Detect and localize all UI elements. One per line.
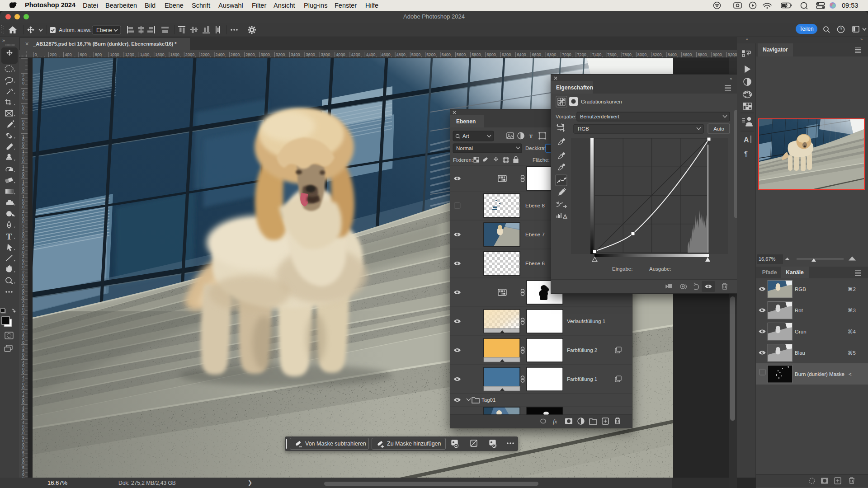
svg-text:Farbfüllung 2: Farbfüllung 2 [567,347,597,353]
svg-text:6000: 6000 [486,52,495,57]
svg-text:2800: 2800 [245,52,255,57]
svg-text:Tag01: Tag01 [481,397,495,403]
svg-text:1200: 1200 [125,52,134,57]
svg-text:Ebene 8: Ebene 8 [525,203,545,208]
svg-text:0: 0 [22,160,24,164]
svg-text:200: 200 [50,52,57,57]
svg-text:5600: 5600 [457,52,466,57]
svg-text:400: 400 [65,52,71,57]
svg-text:Ebene: Ebene [96,27,112,33]
svg-text:8200: 8200 [652,52,661,57]
svg-text:Eingabe:: Eingabe: [612,266,632,272]
svg-text:600: 600 [80,52,86,57]
svg-text:6800: 6800 [547,52,556,57]
svg-text:Farbfüllung 1: Farbfüllung 1 [567,376,597,382]
svg-text:2400: 2400 [215,52,224,57]
svg-text:1400: 1400 [140,52,149,57]
svg-text:0: 0 [22,205,24,209]
svg-text:0: 0 [22,265,24,269]
svg-text:4400: 4400 [366,52,375,57]
svg-text:Fläche:: Fläche: [533,157,550,163]
svg-text:4000: 4000 [336,52,345,57]
svg-text:0: 0 [22,385,24,390]
svg-text:0: 0 [35,52,37,57]
svg-text:0: 0 [22,250,24,254]
svg-text:T: T [6,232,12,241]
svg-text:⌘4: ⌘4 [848,329,856,334]
svg-text:Deckkraft:: Deckkraft: [525,145,549,151]
svg-text:RGB: RGB [795,286,806,292]
svg-text:8400: 8400 [667,52,676,57]
svg-text:8800: 8800 [698,52,707,57]
svg-text:Autom. ausw.:: Autom. ausw.: [59,27,93,33]
svg-text:5000: 5000 [411,52,420,57]
svg-text:0: 0 [22,174,24,179]
svg-text:7400: 7400 [592,52,601,57]
svg-text:5200: 5200 [426,52,435,57]
svg-text:0: 0 [22,111,24,115]
svg-text:<: < [849,371,852,377]
svg-text:2000: 2000 [185,52,194,57]
svg-text:⌘5: ⌘5 [848,350,856,356]
svg-text:?: ? [840,27,842,32]
svg-text:Vorgabe:: Vorgabe: [556,114,576,119]
svg-text:4800: 4800 [396,52,405,57]
svg-text:6600: 6600 [532,52,541,57]
svg-text:Normal: Normal [456,145,473,151]
svg-text:0: 0 [22,325,24,329]
svg-text:0: 0 [22,460,24,465]
svg-text:RGB: RGB [578,126,589,131]
svg-text:Ebene 7: Ebene 7 [525,232,545,237]
svg-text:0: 0 [22,340,24,345]
svg-text:5400: 5400 [441,52,450,57]
svg-text:⌘3: ⌘3 [848,308,856,313]
svg-text:5800: 5800 [472,52,481,57]
svg-text:Fixieren:: Fixieren: [453,157,473,163]
svg-text:7200: 7200 [577,52,586,57]
svg-text:7000: 7000 [562,52,571,57]
svg-text:Benutzerdefiniert: Benutzerdefiniert [580,114,620,119]
svg-text:0: 0 [22,81,24,85]
svg-text:T: T [529,133,533,140]
svg-text:2600: 2600 [231,52,240,57]
svg-text:4600: 4600 [381,52,390,57]
svg-text:Ebenen: Ebenen [456,118,476,125]
svg-text:Ausgabe:: Ausgabe: [649,266,671,272]
svg-text:3000: 3000 [260,52,269,57]
svg-text:0: 0 [22,295,24,300]
svg-text:3800: 3800 [321,52,330,57]
svg-text:3200: 3200 [276,52,285,57]
svg-text:7800: 7800 [622,52,631,57]
svg-text:0: 0 [22,310,24,314]
svg-text:Ebene 6: Ebene 6 [525,261,545,266]
svg-text:0: 0 [22,189,24,194]
svg-text:0: 0 [22,355,24,360]
svg-text:8600: 8600 [683,52,692,57]
svg-text:Burn (dunkler) Maske: Burn (dunkler) Maske [795,371,844,377]
svg-text:3400: 3400 [291,52,300,57]
svg-text:0: 0 [22,400,24,405]
svg-text:Art: Art [462,133,470,139]
svg-text:7600: 7600 [607,52,616,57]
svg-text:9000: 9000 [712,52,722,57]
svg-text:3600: 3600 [306,52,315,57]
svg-text:Grün: Grün [795,329,807,334]
svg-text:«: « [730,76,732,81]
svg-text:6400: 6400 [517,52,526,57]
svg-text:¶: ¶ [744,150,748,157]
svg-text:Rot: Rot [795,308,803,313]
svg-text:9200: 9200 [728,52,737,57]
svg-text:Gradationskurven: Gradationskurven [581,99,622,104]
svg-text:fx: fx [553,418,557,425]
svg-text:6200: 6200 [502,52,511,57]
svg-text:0: 0 [22,370,24,375]
svg-text:800: 800 [95,52,102,57]
svg-text:!: ! [565,215,566,218]
svg-text:2200: 2200 [200,52,209,57]
svg-text:8000: 8000 [637,52,646,57]
svg-text:0: 0 [22,235,24,239]
svg-text:Auto: Auto [713,126,724,131]
svg-text:0: 0 [22,144,24,149]
svg-text:1000: 1000 [110,52,119,57]
svg-text:⌘2: ⌘2 [848,286,856,292]
